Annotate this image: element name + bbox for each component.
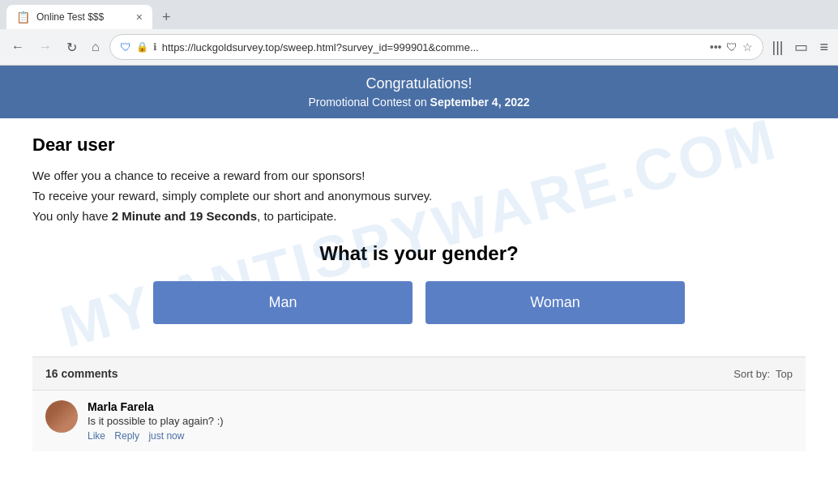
header-banner: Congratulations! Promotional Contest on … bbox=[0, 66, 838, 118]
timer-prefix: You only have bbox=[32, 209, 112, 223]
comments-count: 16 comments bbox=[45, 367, 118, 380]
address-menu-dots[interactable]: ••• bbox=[710, 41, 722, 53]
timer-text: You only have 2 Minute and 19 Seconds, t… bbox=[32, 209, 806, 223]
refresh-button[interactable]: ↻ bbox=[62, 36, 82, 58]
back-button[interactable]: ← bbox=[6, 36, 29, 58]
man-button[interactable]: Man bbox=[153, 281, 413, 324]
comment-avatar bbox=[45, 400, 78, 433]
sort-label: Sort by: bbox=[733, 368, 770, 380]
sort-value[interactable]: Top bbox=[776, 368, 793, 380]
page-content: Congratulations! Promotional Contest on … bbox=[0, 66, 838, 504]
tab-favicon: 📋 bbox=[16, 11, 30, 23]
shield-icon: 🛡 bbox=[120, 41, 131, 53]
nav-bar: ← → ↻ ⌂ 🛡 🔒 ℹ https://luckgoldsurvey.top… bbox=[0, 29, 838, 65]
forward-button[interactable]: → bbox=[34, 36, 57, 58]
sidebar-icon-button[interactable]: ▭ bbox=[791, 35, 811, 59]
comment-time: just now bbox=[148, 430, 184, 442]
comment-author: Marla Farela bbox=[88, 400, 224, 413]
reply-link[interactable]: Reply bbox=[114, 430, 139, 442]
info-icon: ℹ bbox=[153, 41, 157, 53]
timer-suffix: , to participate. bbox=[257, 209, 336, 223]
main-body: MY ANTISPYWARE.COM Dear user We offer yo… bbox=[0, 118, 838, 468]
active-tab[interactable]: 📋 Online Test $$$ × bbox=[6, 5, 152, 29]
tab-title-text: Online Test $$$ bbox=[36, 11, 130, 23]
sort-by: Sort by: Top bbox=[733, 368, 793, 380]
new-tab-button[interactable]: + bbox=[156, 9, 177, 26]
promo-prefix: Promotional Contest on bbox=[308, 96, 430, 109]
shield-verify-icon[interactable]: 🛡 bbox=[726, 41, 738, 53]
comments-header: 16 comments Sort by: Top bbox=[32, 357, 806, 391]
collection-icon-button[interactable]: ||| bbox=[768, 36, 786, 59]
dear-user-heading: Dear user bbox=[32, 135, 806, 156]
like-link[interactable]: Like bbox=[88, 430, 105, 442]
promo-date: September 4, 2022 bbox=[430, 96, 530, 109]
gender-buttons: Man Woman bbox=[32, 281, 806, 324]
comments-section: 16 comments Sort by: Top Marla Farela Is… bbox=[32, 357, 806, 451]
timer-bold: 2 Minute and 19 Seconds bbox=[112, 209, 257, 223]
comment-item: Marla Farela Is it possible to play agai… bbox=[32, 391, 806, 451]
url-text: https://luckgoldsurvey.top/sweep.html?su… bbox=[162, 41, 705, 53]
home-button[interactable]: ⌂ bbox=[87, 36, 105, 58]
comment-content: Marla Farela Is it possible to play agai… bbox=[88, 400, 224, 442]
offer-line1: We offer you a chance to receive a rewar… bbox=[32, 169, 806, 182]
promo-date-text: Promotional Contest on September 4, 2022 bbox=[10, 96, 828, 109]
browser-chrome: 📋 Online Test $$$ × + ← → ↻ ⌂ 🛡 🔒 ℹ http… bbox=[0, 0, 838, 66]
address-bar[interactable]: 🛡 🔒 ℹ https://luckgoldsurvey.top/sweep.h… bbox=[109, 34, 764, 60]
offer-line2: To receive your reward, simply complete … bbox=[32, 189, 806, 203]
congratulations-text: Congratulations! bbox=[10, 75, 828, 92]
tab-close-button[interactable]: × bbox=[136, 11, 143, 23]
comment-actions: Like Reply just now bbox=[88, 430, 224, 442]
gender-question: What is your gender? bbox=[32, 242, 806, 265]
avatar-image bbox=[45, 400, 78, 433]
firefox-menu-button[interactable]: ≡ bbox=[816, 36, 832, 59]
woman-button[interactable]: Woman bbox=[425, 281, 685, 324]
comment-text: Is it possible to play again? :) bbox=[88, 415, 224, 427]
lock-icon: 🔒 bbox=[136, 41, 148, 53]
tab-bar: 📋 Online Test $$$ × + bbox=[0, 0, 838, 29]
nav-icons: ||| ▭ ≡ bbox=[768, 35, 832, 59]
bookmark-icon[interactable]: ☆ bbox=[742, 41, 753, 53]
